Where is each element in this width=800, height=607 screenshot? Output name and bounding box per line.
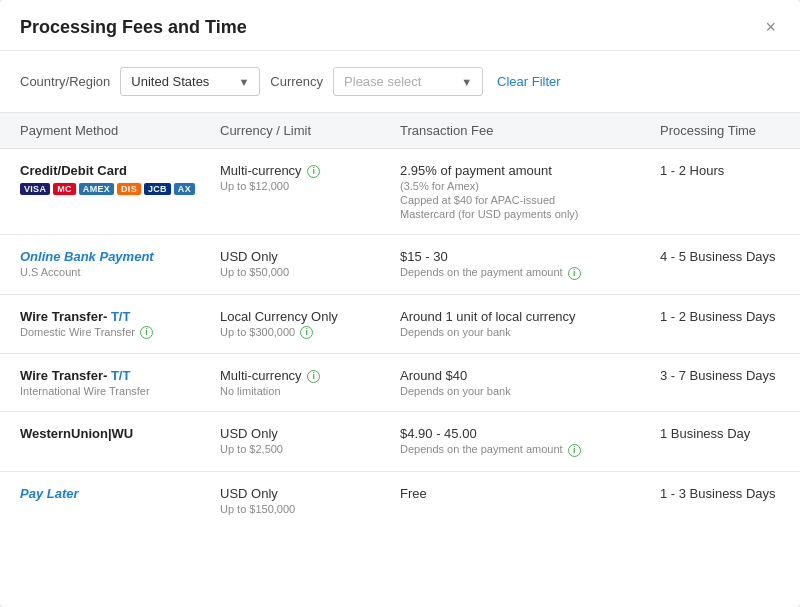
processing-time-cell: 1 - 3 Business Days [660,486,800,501]
clear-filter-button[interactable]: Clear Filter [497,74,561,89]
currency-label: Currency [270,74,323,89]
col-header-fee: Transaction Fee [400,123,660,138]
tt-label: T/T [111,309,131,324]
col-header-processing: Processing Time [660,123,800,138]
country-value: United States [131,74,209,89]
processing-value: 4 - 5 Business Days [660,249,800,264]
table-row: Credit/Debit Card VISA MC AMEX DIS JCB A… [0,149,800,235]
table-row: WesternUnion|WU USD Only Up to $2,500 $4… [0,412,800,472]
mastercard-icon: MC [53,183,76,195]
processing-time-cell: 3 - 7 Business Days [660,368,800,383]
processing-value: 1 - 3 Business Days [660,486,800,501]
method-name: Wire Transfer- T/T [20,368,220,383]
currency-dropdown[interactable]: Please select ▼ [333,67,483,96]
processing-value: 3 - 7 Business Days [660,368,800,383]
limit-value: Up to $300,000 i [220,326,400,340]
method-name: WesternUnion|WU [20,426,220,441]
processing-value: 1 - 2 Hours [660,163,800,178]
limit-info-icon[interactable]: i [300,326,313,339]
fee-main: Around $40 [400,368,660,383]
fee-cell: $15 - 30 Depends on the payment amount i [400,249,660,280]
table-row: Wire Transfer- T/T Domestic Wire Transfe… [0,295,800,355]
currency-value: Local Currency Only [220,309,400,324]
col-header-currency: Currency / Limit [220,123,400,138]
country-label: Country/Region [20,74,110,89]
fee-sub1: Depends on the payment amount i [400,443,660,457]
table-row: Pay Later USD Only Up to $150,000 Free 1… [0,472,800,529]
processing-time-cell: 1 Business Day [660,426,800,441]
col-header-payment-method: Payment Method [20,123,220,138]
visa-icon: VISA [20,183,50,195]
limit-value: Up to $50,000 [220,266,400,278]
currency-value: USD Only [220,426,400,441]
payment-method-cell: Online Bank Payment U.S Account [20,249,220,278]
method-name: Credit/Debit Card [20,163,220,178]
card-icons: VISA MC AMEX DIS JCB AX [20,183,220,195]
payment-method-cell: Pay Later [20,486,220,501]
extra-card-icon: AX [174,183,195,195]
currency-limit-cell: USD Only Up to $50,000 [220,249,400,278]
currency-placeholder: Please select [344,74,421,89]
limit-value: Up to $12,000 [220,180,400,192]
fee-main: Free [400,486,660,501]
currency-limit-cell: Multi-currency i Up to $12,000 [220,163,400,192]
payment-method-cell: Wire Transfer- T/T Domestic Wire Transfe… [20,309,220,340]
table-row: Wire Transfer- T/T International Wire Tr… [0,354,800,412]
table-body: Credit/Debit Card VISA MC AMEX DIS JCB A… [0,149,800,529]
fee-sub2: Capped at $40 for APAC-issued [400,194,660,206]
currency-value: USD Only [220,486,400,501]
fee-sub1: Depends on your bank [400,385,660,397]
fee-cell: $4.90 - 45.00 Depends on the payment amo… [400,426,660,457]
currency-limit-cell: Local Currency Only Up to $300,000 i [220,309,400,340]
processing-time-cell: 1 - 2 Business Days [660,309,800,324]
payment-method-cell: Credit/Debit Card VISA MC AMEX DIS JCB A… [20,163,220,195]
fee-main: $15 - 30 [400,249,660,264]
method-name: Online Bank Payment [20,249,220,264]
currency-info-icon[interactable]: i [307,165,320,178]
fee-info-icon[interactable]: i [568,444,581,457]
processing-value: 1 Business Day [660,426,800,441]
fee-sub1: Depends on your bank [400,326,660,338]
processing-time-cell: 4 - 5 Business Days [660,249,800,264]
fee-cell: Around 1 unit of local currency Depends … [400,309,660,338]
fee-sub1: (3.5% for Amex) [400,180,660,192]
fee-cell: Free [400,486,660,501]
method-name: Wire Transfer- T/T [20,309,220,324]
limit-value: Up to $150,000 [220,503,400,515]
method-info-icon[interactable]: i [140,326,153,339]
method-sub: U.S Account [20,266,220,278]
jcb-icon: JCB [144,183,171,195]
fee-main: 2.95% of payment amount [400,163,660,178]
processing-value: 1 - 2 Business Days [660,309,800,324]
fee-sub1: Depends on the payment amount i [400,266,660,280]
method-name: Pay Later [20,486,220,501]
fee-cell: 2.95% of payment amount (3.5% for Amex) … [400,163,660,220]
currency-limit-cell: USD Only Up to $150,000 [220,486,400,515]
fee-info-icon[interactable]: i [568,267,581,280]
payment-method-cell: Wire Transfer- T/T International Wire Tr… [20,368,220,397]
currency-value: USD Only [220,249,400,264]
fee-sub3: Mastercard (for USD payments only) [400,208,660,220]
limit-value: Up to $2,500 [220,443,400,455]
fee-main: $4.90 - 45.00 [400,426,660,441]
currency-value: Multi-currency i [220,163,400,178]
payment-method-cell: WesternUnion|WU [20,426,220,441]
amex-icon: AMEX [79,183,114,195]
discover-icon: DIS [117,183,141,195]
currency-limit-cell: USD Only Up to $2,500 [220,426,400,455]
table-row: Online Bank Payment U.S Account USD Only… [0,235,800,295]
country-dropdown[interactable]: United States ▼ [120,67,260,96]
tt-label: T/T [111,368,131,383]
close-button[interactable]: × [761,16,780,38]
limit-value: No limitation [220,385,400,397]
processing-fees-modal: Processing Fees and Time × Country/Regio… [0,0,800,607]
filter-bar: Country/Region United States ▼ Currency … [0,51,800,113]
modal-header: Processing Fees and Time × [0,0,800,51]
country-chevron-icon: ▼ [238,76,249,88]
method-sub: International Wire Transfer [20,385,220,397]
currency-info-icon[interactable]: i [307,370,320,383]
table-header: Payment Method Currency / Limit Transact… [0,113,800,149]
processing-time-cell: 1 - 2 Hours [660,163,800,178]
fee-cell: Around $40 Depends on your bank [400,368,660,397]
modal-title: Processing Fees and Time [20,17,247,38]
